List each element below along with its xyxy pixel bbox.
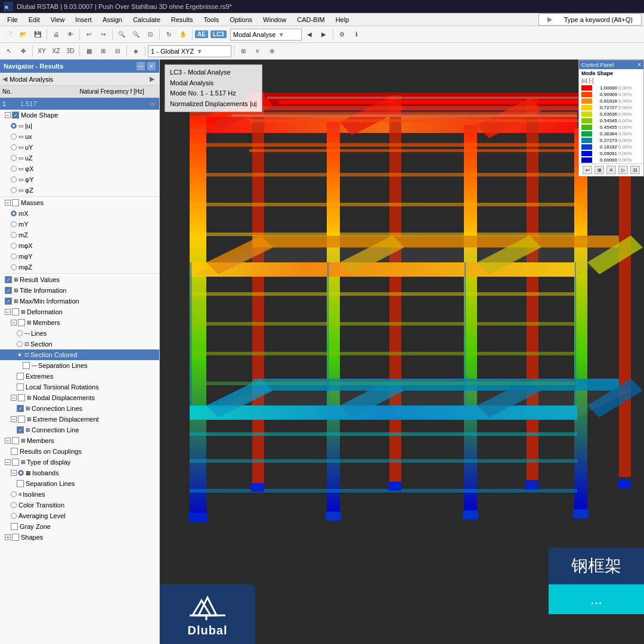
nav-back-arrow[interactable]: ◀: [2, 75, 7, 83]
tree-uz[interactable]: ▭ uZ: [0, 153, 159, 163]
rotate-button[interactable]: ↻: [162, 28, 175, 41]
tree-sep-lines2[interactable]: Separation Lines: [0, 478, 159, 489]
radio-color-transition[interactable]: [11, 502, 17, 508]
radio-mx[interactable]: [11, 210, 17, 216]
cb-extreme[interactable]: [18, 416, 25, 423]
menu-window[interactable]: Window: [258, 15, 291, 24]
tree-panel[interactable]: − ✓ Mode Shape ▭ |u| ▭ ux ▭ uY: [0, 110, 159, 644]
expand-deformation[interactable]: −: [5, 309, 11, 315]
undo-button[interactable]: ↩: [82, 28, 95, 41]
tree-results-couplings[interactable]: Results on Couplings: [0, 446, 159, 457]
expand-mode-shape[interactable]: −: [5, 112, 11, 118]
tree-section[interactable]: ⊡ Section: [0, 339, 159, 349]
radio-ux[interactable]: [11, 134, 17, 140]
expand-members2[interactable]: −: [5, 438, 11, 444]
cb-mode-shape[interactable]: ✓: [12, 112, 19, 119]
tree-separation-lines[interactable]: — Separation Lines: [0, 360, 159, 371]
radio-mz[interactable]: [11, 232, 17, 238]
tree-connection-lines[interactable]: ✓ ⊞ Connection Lines: [0, 403, 159, 414]
next-result[interactable]: ▶: [317, 28, 330, 41]
new-button[interactable]: 📄: [2, 28, 16, 41]
zoom-in-button[interactable]: 🔍: [115, 28, 128, 41]
menu-search[interactable]: ▶ Type a keyword (Alt+Q): [538, 13, 642, 26]
cb-results-couplings[interactable]: [11, 448, 18, 455]
view-3d[interactable]: 3D: [64, 45, 77, 58]
analysis-dropdown[interactable]: Modal Analyse ▼: [230, 29, 302, 41]
cb-connection-lines[interactable]: ✓: [17, 405, 24, 412]
menu-tools[interactable]: Tools: [199, 15, 224, 24]
cb-local-torsional[interactable]: [17, 383, 24, 391]
tree-my[interactable]: mY: [0, 219, 159, 230]
menu-edit[interactable]: Edit: [24, 15, 45, 24]
cb-deformation[interactable]: [12, 308, 19, 315]
expand-type-display[interactable]: −: [5, 459, 11, 465]
tree-members[interactable]: − ⊞ Members: [0, 317, 159, 328]
tree-mz[interactable]: mZ: [0, 230, 159, 240]
cp-btn3[interactable]: ≡: [606, 166, 616, 174]
radio-uz[interactable]: [11, 155, 17, 161]
radio-averaging-level[interactable]: [11, 513, 17, 519]
coordinate-dropdown[interactable]: 1 - Global XYZ ▼: [148, 45, 231, 57]
expand-members[interactable]: −: [11, 320, 17, 326]
cp-btn2[interactable]: ⊞: [595, 166, 604, 174]
menu-options[interactable]: Options: [225, 15, 257, 24]
settings-button[interactable]: ⚙: [336, 28, 349, 41]
radio-mgx[interactable]: [11, 243, 17, 249]
tree-mgy[interactable]: mφY: [0, 251, 159, 262]
tree-phiy[interactable]: ▭ φY: [0, 174, 159, 185]
nav-row-1[interactable]: 1 1.517 ◀▶: [0, 98, 159, 110]
tree-isobands[interactable]: − ▦ Isobands: [0, 467, 159, 478]
radio-section-colored[interactable]: [17, 352, 23, 358]
cb-members2[interactable]: [12, 437, 19, 444]
tree-deformation[interactable]: − ⊞ Deformation: [0, 306, 159, 317]
tree-isolines[interactable]: ≡ Isolines: [0, 489, 159, 500]
info-button[interactable]: ℹ: [350, 28, 363, 41]
extra-btn[interactable]: ⊕: [265, 45, 278, 58]
cb-separation-lines[interactable]: [23, 362, 30, 369]
tree-ux[interactable]: ▭ ux: [0, 131, 159, 142]
tree-connection-line[interactable]: ✓ ⊞ Connection Line: [0, 425, 159, 435]
cb-type-display[interactable]: [12, 459, 19, 466]
expand-masses[interactable]: −: [5, 200, 11, 206]
cb-extremes[interactable]: [17, 373, 24, 380]
pan-button[interactable]: ✋: [177, 28, 190, 41]
tree-mgz[interactable]: mφZ: [0, 262, 159, 273]
tree-maxmin-info[interactable]: ✓ ⊞ Max/Min Information: [0, 296, 159, 306]
tree-extreme-displacement[interactable]: − ⊞ Extreme Displacement: [0, 414, 159, 425]
render-btn[interactable]: ◈: [129, 45, 143, 58]
tree-averaging-level[interactable]: Averaging Level: [0, 510, 159, 521]
expand-nodal[interactable]: −: [11, 395, 17, 401]
prev-result[interactable]: ◀: [303, 28, 316, 41]
nav-close-button[interactable]: ×: [147, 62, 156, 70]
cp-btn1[interactable]: ↩: [583, 166, 592, 174]
tree-extremes[interactable]: Extremes: [0, 371, 159, 382]
radio-section[interactable]: [17, 341, 23, 347]
tree-phix[interactable]: ▭ φX: [0, 163, 159, 174]
tree-mgx[interactable]: mφX: [0, 240, 159, 251]
menu-assign[interactable]: Assign: [98, 15, 127, 24]
cp-close-button[interactable]: ×: [637, 61, 641, 68]
tree-members2[interactable]: − ⊞ Members: [0, 435, 159, 446]
tree-lines[interactable]: — Lines: [0, 328, 159, 339]
print-button[interactable]: 🖨: [49, 28, 63, 41]
cb-masses[interactable]: [12, 199, 19, 206]
cb-members[interactable]: [18, 319, 25, 326]
tree-gray-zone[interactable]: Gray Zone: [0, 521, 159, 532]
menu-insert[interactable]: Insert: [70, 15, 97, 24]
tree-local-torsional[interactable]: Local Torsional Rotations: [0, 382, 159, 392]
expand-isobands[interactable]: −: [11, 470, 17, 476]
cb-gray-zone[interactable]: [11, 523, 18, 530]
menu-file[interactable]: File: [2, 15, 23, 24]
tree-result-values[interactable]: ✓ ⊞ Result Values: [0, 274, 159, 285]
select-button[interactable]: ↖: [2, 45, 16, 58]
zoom-fit-button[interactable]: ⊡: [144, 28, 157, 41]
menu-help[interactable]: Help: [331, 15, 354, 24]
tree-title-info[interactable]: ✓ ⊞ Title Information: [0, 285, 159, 296]
print-preview-button[interactable]: 👁: [64, 28, 77, 41]
nav-pin-button[interactable]: —: [137, 62, 145, 70]
radio-phiz[interactable]: [11, 187, 17, 193]
display-btn3[interactable]: ⊟: [111, 45, 124, 58]
radio-isolines[interactable]: [11, 491, 17, 497]
tree-phiz[interactable]: ▭ φZ: [0, 185, 159, 196]
radio-phiy[interactable]: [11, 177, 17, 182]
